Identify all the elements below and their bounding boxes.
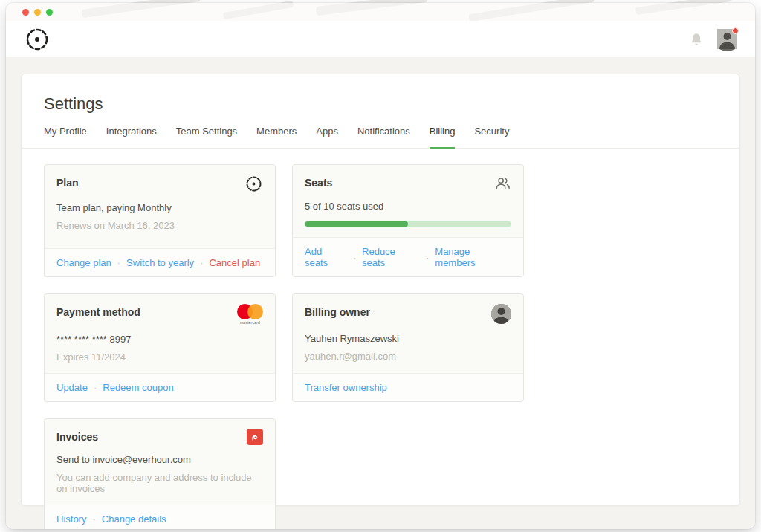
tab-integrations[interactable]: Integrations [106,126,157,148]
settings-header: Settings My Profile Integrations Team Se… [22,74,739,149]
change-details-link[interactable]: Change details [102,513,166,525]
plan-renewal-date: Renews on March 16, 2023 [56,220,263,231]
people-icon [494,175,511,192]
invoices-card-footer: History · Change details [45,505,275,529]
plan-card-footer: Change plan · Switch to yearly · Cancel … [45,248,275,276]
plan-summary: Team plan, paying Monthly [56,202,263,213]
notification-badge [732,27,739,34]
change-plan-link[interactable]: Change plan [56,257,111,268]
payment-card-title: Payment method [56,304,140,318]
user-avatar[interactable] [717,29,737,49]
traffic-light[interactable] [46,9,53,16]
card-number-masked: **** **** **** 8997 [56,334,263,345]
plan-card: Plan Team plan, paying Monthly Renews on… [44,164,276,277]
plan-card-main: Plan Team plan, paying Monthly Renews on… [45,165,275,248]
seats-usage-text: 5 of 10 seats used [305,201,511,212]
seats-card-title: Seats [305,175,332,189]
invoice-note: You can add company and address to inclu… [56,472,263,494]
invoices-card-main: Invoices Send to invoice@everhour.com Yo… [45,419,275,505]
link-separator: · [353,252,356,263]
traffic-light[interactable] [22,9,29,16]
tab-team-settings[interactable]: Team Settings [176,126,237,148]
seats-card-main: Seats 5 of 10 seats used [293,165,523,237]
invoices-card-title: Invoices [56,429,98,443]
add-seats-link[interactable]: Add seats [305,246,347,268]
owner-card-footer: Transfer ownership [293,373,523,401]
plan-card-title: Plan [56,175,79,189]
mastercard-label: mastercard [240,320,260,325]
pdf-icon [247,429,263,445]
tab-billing[interactable]: Billing [430,126,456,149]
traffic-light[interactable] [34,9,41,16]
cancel-plan-link[interactable]: Cancel plan [209,257,260,268]
transfer-ownership-link[interactable]: Transfer ownership [305,382,387,393]
app-window: Settings My Profile Integrations Team Se… [6,3,755,529]
link-separator: · [200,257,203,268]
owner-card-title: Billing owner [305,304,370,318]
tab-notifications[interactable]: Notifications [357,126,410,148]
tab-security[interactable]: Security [474,126,509,148]
app-header [6,21,755,58]
seats-card-footer: Add seats · Reduce seats · Manage member… [293,237,523,276]
switch-to-yearly-link[interactable]: Switch to yearly [126,257,194,268]
reduce-seats-link[interactable]: Reduce seats [362,246,420,268]
owner-avatar [491,304,511,324]
user-avatar-photo [717,39,737,51]
tab-my-profile[interactable]: My Profile [44,126,87,148]
owner-email: yauhen.r@gmail.com [305,351,511,362]
payment-card-main: Payment method mastercard **** **** ****… [45,294,275,373]
payment-method-card: Payment method mastercard **** **** ****… [44,293,276,402]
notifications-bell-icon[interactable] [689,32,704,47]
page-title: Settings [44,94,717,114]
tab-members[interactable]: Members [256,126,297,148]
owner-card-main: Billing owner Yauhen Rymaszewski yauhen.… [293,294,523,373]
manage-members-link[interactable]: Manage members [435,246,511,268]
seats-progress-bar [305,221,511,227]
history-link[interactable]: History [56,513,86,525]
billing-cards-grid: Plan Team plan, paying Monthly Renews on… [22,149,557,529]
everhour-logo-icon[interactable] [24,26,51,53]
invoices-card: Invoices Send to invoice@everhour.com Yo… [44,418,276,529]
page-background: Settings My Profile Integrations Team Se… [6,58,755,529]
tab-apps[interactable]: Apps [316,126,338,148]
settings-panel: Settings My Profile Integrations Team Se… [21,74,740,506]
invoice-email: Send to invoice@everhour.com [56,454,263,465]
card-expiry: Expires 11/2024 [56,351,263,363]
redeem-coupon-link[interactable]: Redeem coupon [103,382,173,393]
mastercard-icon: mastercard [237,304,263,325]
window-titlebar [6,3,755,21]
seats-progress-fill [305,221,408,227]
billing-owner-card: Billing owner Yauhen Rymaszewski yauhen.… [292,293,524,402]
payment-card-footer: Update · Redeem coupon [45,373,275,401]
link-separator: · [426,252,429,263]
link-separator: · [94,382,97,393]
update-payment-link[interactable]: Update [56,382,88,393]
settings-tabs: My Profile Integrations Team Settings Me… [22,126,739,149]
owner-name: Yauhen Rymaszewski [305,333,511,344]
everhour-plan-icon [245,175,263,193]
link-separator: · [117,257,120,268]
link-separator: · [92,513,95,525]
seats-card: Seats 5 of 10 seats used [292,164,524,277]
